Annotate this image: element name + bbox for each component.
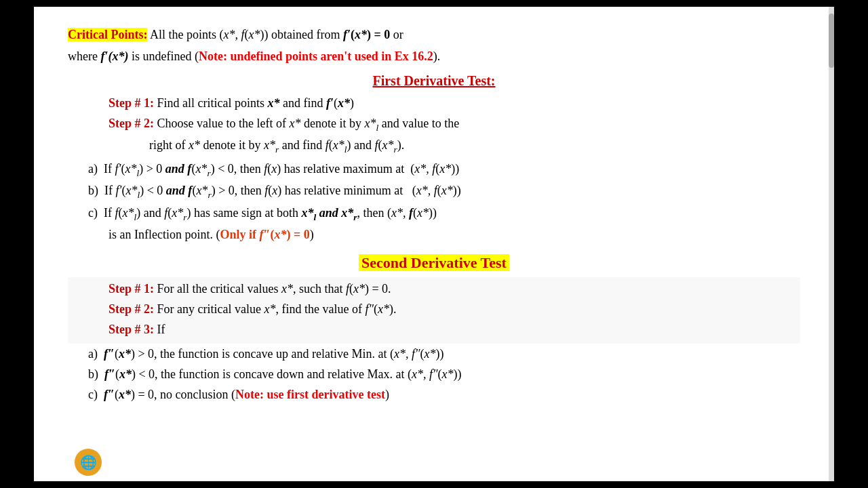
sdt-section: Step # 1: For all the critical values x*… bbox=[68, 277, 800, 344]
critical-points-line: Critical Points: All the points (x*, f(x… bbox=[68, 26, 800, 45]
f-prime: f′(x*) bbox=[100, 49, 128, 63]
fdt-c-red: Only if f″(x*) = 0 bbox=[220, 228, 309, 241]
fdt-step2-label: Step # 2: bbox=[108, 117, 154, 130]
cp-red-note: Note: undefined points aren't used in Ex… bbox=[199, 49, 433, 63]
scrollbar[interactable] bbox=[829, 7, 834, 481]
cp-where: where bbox=[68, 49, 100, 63]
sdt-b: b) f″(x*) < 0, the function is concave d… bbox=[88, 365, 800, 384]
fdt-step2-text: Choose value to the left of x* denote it… bbox=[154, 117, 459, 130]
icon-symbol: 🌐 bbox=[80, 454, 97, 470]
second-deriv-title-text: Second Derivative Test bbox=[359, 254, 509, 271]
sdt-step3-text: If bbox=[154, 323, 165, 336]
fx-eq-0: f′(x*) = 0 bbox=[343, 28, 390, 41]
sdt-step2-label: Step # 2: bbox=[108, 302, 154, 316]
sdt-step3: Step # 3: If bbox=[108, 321, 800, 340]
fdt-b: b) If f′(x*l) < 0 and f(x*r) > 0, then f… bbox=[88, 182, 800, 203]
cp-text3: is undefined ( bbox=[129, 49, 199, 63]
first-deriv-title: First Derivative Test: bbox=[68, 70, 800, 92]
critical-points-label: Critical Points: bbox=[68, 28, 147, 41]
cp-end: ). bbox=[433, 49, 441, 63]
scroll-thumb[interactable] bbox=[829, 14, 834, 68]
sdt-step2-text: For any critical value x*, find the valu… bbox=[154, 302, 396, 316]
bottom-icon: 🌐 bbox=[75, 449, 102, 476]
fdt-c2: is an Inflection point. (Only if f″(x*) … bbox=[108, 226, 800, 245]
cp-text2: or bbox=[390, 28, 403, 41]
sdt-step1-text: For all the critical values x*, such tha… bbox=[154, 282, 391, 296]
second-deriv-section: Second Derivative Test bbox=[68, 251, 800, 274]
fdt-step1: Step # 1: Find all critical points x* an… bbox=[108, 94, 800, 113]
fdt-step1-text: Find all critical points x* and find f′(… bbox=[154, 96, 354, 110]
main-content: Critical Points: All the points (x*, f(x… bbox=[34, 7, 834, 481]
sdt-a: a) f″(x*) > 0, the function is concave u… bbox=[88, 345, 800, 364]
fdt-c: c) If f(x*l) and f(x*r) has same sign at… bbox=[88, 204, 800, 225]
cp-text1: All the points (x*, f(x*)) obtained from bbox=[147, 28, 342, 41]
sdt-step1: Step # 1: For all the critical values x*… bbox=[108, 280, 800, 299]
sdt-c: c) f″(x*) = 0, no conclusion (Note: use … bbox=[88, 386, 800, 405]
content-area: Critical Points: All the points (x*, f(x… bbox=[68, 26, 800, 405]
fdt-step2: Step # 2: Choose value to the left of x*… bbox=[108, 115, 800, 136]
sdt-step2: Step # 2: For any critical value x*, fin… bbox=[108, 300, 800, 319]
fdt-step2b: right of x* denote it by x*r and find f(… bbox=[149, 136, 800, 157]
fdt-a: a) If f′(x*l) > 0 and f(x*r) < 0, then f… bbox=[88, 160, 800, 181]
sdt-step3-label: Step # 3: bbox=[108, 323, 154, 336]
critical-points-line2: where f′(x*) is undefined (Note: undefin… bbox=[68, 47, 800, 66]
fdt-step1-label: Step # 1: bbox=[108, 96, 154, 110]
sdt-step1-label: Step # 1: bbox=[108, 282, 154, 296]
sdt-c-red: Note: use first derivative test bbox=[235, 388, 385, 401]
